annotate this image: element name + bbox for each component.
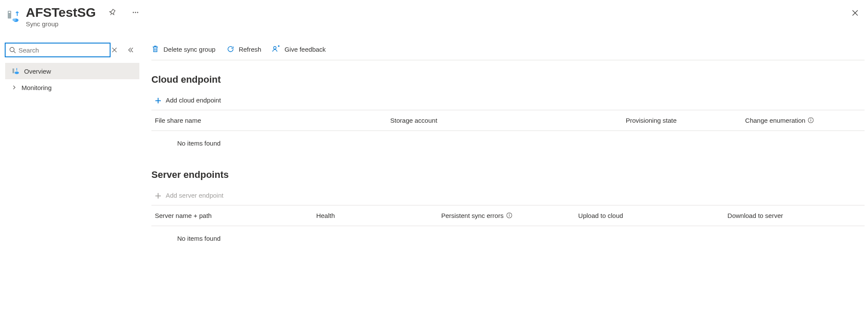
col-provisioning-state[interactable]: Provisioning state bbox=[626, 117, 742, 124]
add-cloud-endpoint-button[interactable]: + Add cloud endpoint bbox=[151, 90, 865, 110]
svg-point-6 bbox=[10, 47, 14, 52]
sidebar-item-overview[interactable]: Overview bbox=[5, 63, 139, 79]
pin-button[interactable] bbox=[105, 6, 119, 19]
server-endpoints-empty: No items found bbox=[151, 226, 865, 242]
col-storage-account[interactable]: Storage account bbox=[390, 117, 622, 124]
page-header: AFSTestSG Sync group bbox=[0, 0, 868, 30]
sidebar-item-monitoring[interactable]: Monitoring bbox=[5, 79, 139, 96]
close-button[interactable] bbox=[848, 6, 862, 20]
main-content: Delete sync group Refresh Give feedback … bbox=[139, 43, 865, 264]
search-icon bbox=[9, 47, 16, 53]
cloud-endpoint-empty: No items found bbox=[151, 131, 865, 147]
collapse-sidebar-button[interactable] bbox=[125, 47, 137, 53]
add-cloud-endpoint-label: Add cloud endpoint bbox=[166, 96, 221, 104]
toolbar: Delete sync group Refresh Give feedback bbox=[151, 43, 865, 60]
delete-sync-group-button[interactable]: Delete sync group bbox=[151, 45, 215, 54]
chevron-double-left-icon bbox=[127, 47, 134, 53]
toolbar-label: Delete sync group bbox=[163, 46, 215, 53]
sidebar-item-label: Overview bbox=[24, 68, 51, 75]
col-file-share-name[interactable]: File share name bbox=[155, 117, 387, 124]
cloud-endpoint-heading: Cloud endpoint bbox=[151, 74, 865, 85]
feedback-icon bbox=[272, 45, 281, 54]
search-box[interactable] bbox=[5, 43, 110, 57]
info-icon[interactable] bbox=[506, 212, 513, 219]
sidebar-nav: Overview Monitoring bbox=[5, 63, 139, 96]
close-icon bbox=[851, 9, 859, 17]
sync-group-icon bbox=[7, 9, 22, 24]
search-clear-button[interactable] bbox=[112, 47, 123, 53]
page-title: AFSTestSG bbox=[26, 5, 96, 19]
svg-point-11 bbox=[811, 118, 812, 119]
cloud-endpoint-columns: File share name Storage account Provisio… bbox=[151, 110, 865, 131]
ellipsis-icon bbox=[132, 9, 139, 16]
col-health[interactable]: Health bbox=[316, 212, 437, 219]
svg-point-8 bbox=[15, 71, 19, 74]
add-server-endpoint-button: + Add server endpoint bbox=[151, 186, 865, 205]
search-input[interactable] bbox=[18, 47, 106, 54]
col-upload-to-cloud[interactable]: Upload to cloud bbox=[578, 212, 724, 219]
chevron-right-icon bbox=[11, 85, 17, 90]
server-endpoints-columns: Server name + path Health Persistent syn… bbox=[151, 205, 865, 226]
sidebar: Overview Monitoring bbox=[5, 43, 139, 96]
trash-icon bbox=[151, 45, 160, 54]
refresh-button[interactable]: Refresh bbox=[227, 45, 262, 54]
col-download-to-server[interactable]: Download to server bbox=[727, 212, 861, 219]
cloud-endpoint-section: Cloud endpoint + Add cloud endpoint File… bbox=[151, 74, 865, 147]
svg-point-5 bbox=[137, 12, 138, 13]
title-block: AFSTestSG Sync group bbox=[26, 5, 142, 28]
svg-point-4 bbox=[135, 12, 136, 13]
svg-point-13 bbox=[509, 214, 510, 214]
svg-point-3 bbox=[132, 12, 134, 13]
give-feedback-button[interactable]: Give feedback bbox=[272, 45, 326, 54]
add-server-endpoint-label: Add server endpoint bbox=[166, 192, 223, 199]
col-server-name-path[interactable]: Server name + path bbox=[155, 212, 313, 219]
col-change-enumeration[interactable]: Change enumeration bbox=[745, 117, 861, 124]
sidebar-item-label: Monitoring bbox=[22, 84, 52, 91]
x-icon bbox=[112, 47, 117, 53]
refresh-icon bbox=[227, 45, 235, 54]
col-persistent-sync-errors[interactable]: Persistent sync errors bbox=[441, 212, 575, 219]
server-endpoints-section: Server endpoints + Add server endpoint S… bbox=[151, 169, 865, 242]
overview-icon bbox=[11, 67, 20, 75]
svg-point-2 bbox=[12, 19, 16, 21]
page-subtitle: Sync group bbox=[26, 20, 142, 28]
server-endpoints-heading: Server endpoints bbox=[151, 169, 865, 180]
more-button[interactable] bbox=[129, 6, 142, 19]
toolbar-label: Give feedback bbox=[284, 46, 326, 53]
svg-point-9 bbox=[274, 47, 276, 49]
pin-icon bbox=[108, 9, 116, 16]
svg-rect-1 bbox=[9, 12, 10, 13]
svg-rect-7 bbox=[12, 68, 14, 73]
info-icon[interactable] bbox=[808, 117, 815, 124]
toolbar-label: Refresh bbox=[239, 46, 262, 53]
